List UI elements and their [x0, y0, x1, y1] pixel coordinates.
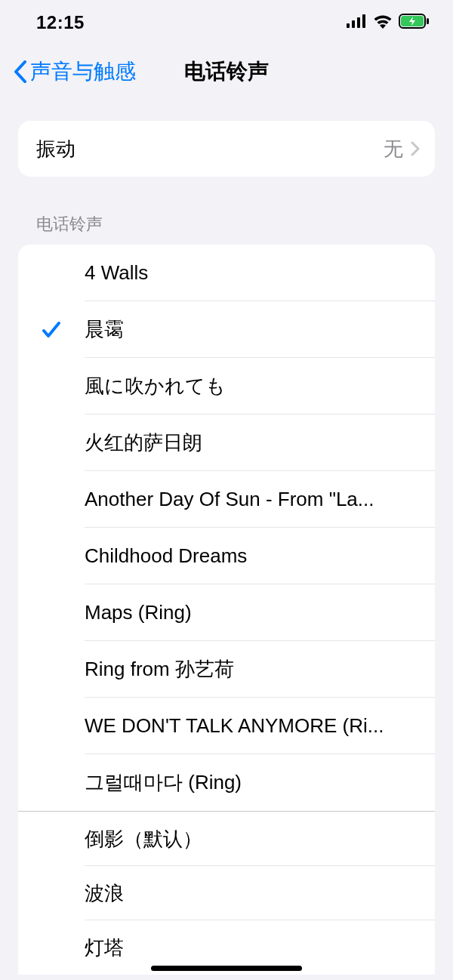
ringtone-item[interactable]: WE DON'T TALK ANYMORE (Ri...: [18, 698, 435, 754]
back-button[interactable]: 声音与触感: [14, 57, 136, 86]
home-indicator[interactable]: [151, 966, 302, 971]
chevron-right-icon: [411, 141, 420, 156]
vibration-label: 振动: [36, 136, 384, 162]
ringtone-item[interactable]: 波浪: [18, 866, 435, 920]
status-icons: [347, 14, 429, 32]
content: 振动 无 电话铃声 4 Walls 晨霭 風に吹かれても: [0, 98, 453, 975]
vibration-value: 无: [384, 136, 403, 162]
ringtone-item[interactable]: 倒影（默认）: [18, 812, 435, 866]
ringtone-label: Another Day Of Sun - From "La...: [85, 488, 420, 511]
svg-rect-6: [427, 18, 429, 24]
ringtone-section-header: 电话铃声: [18, 177, 435, 245]
ringtone-label: 倒影（默认）: [85, 826, 420, 852]
svg-rect-2: [357, 17, 360, 28]
ringtone-item[interactable]: Maps (Ring): [18, 584, 435, 641]
ringtone-item[interactable]: 晨霭: [18, 301, 435, 358]
ringtone-label: 火红的萨日朗: [85, 430, 420, 456]
ringtone-label: 風に吹かれても: [85, 373, 420, 399]
ringtone-label: 波浪: [85, 880, 420, 907]
vibration-group: 振动 无: [18, 121, 435, 177]
checkmark-icon: [42, 320, 61, 340]
ringtone-label: WE DON'T TALK ANYMORE (Ri...: [85, 714, 420, 738]
ringtone-label: 그럴때마다 (Ring): [85, 769, 420, 796]
page-title: 电话铃声: [184, 57, 269, 86]
back-label: 声音与触感: [30, 57, 136, 86]
vibration-row[interactable]: 振动 无: [18, 121, 435, 177]
ringtone-item[interactable]: Ring from 孙艺荷: [18, 641, 435, 698]
ringtone-label: 灯塔: [85, 935, 420, 961]
check-cell: [18, 320, 85, 340]
wifi-icon: [373, 14, 393, 32]
status-time: 12:15: [36, 12, 85, 33]
ringtone-item[interactable]: Another Day Of Sun - From "La...: [18, 471, 435, 528]
chevron-left-icon: [14, 60, 27, 83]
svg-rect-1: [352, 20, 355, 28]
ringtone-label: 4 Walls: [85, 261, 420, 285]
ringtone-label: Maps (Ring): [85, 601, 420, 624]
svg-rect-0: [347, 23, 350, 28]
cellular-icon: [347, 14, 367, 31]
ringtone-item[interactable]: 火红的萨日朗: [18, 414, 435, 471]
ringtone-item[interactable]: Childhood Dreams: [18, 528, 435, 584]
status-bar: 12:15: [0, 0, 453, 45]
battery-charging-icon: [399, 14, 429, 32]
ringtone-label: Ring from 孙艺荷: [85, 656, 420, 683]
ringtone-item[interactable]: 4 Walls: [18, 245, 435, 301]
ringtone-label: Childhood Dreams: [85, 544, 420, 568]
ringtone-list: 4 Walls 晨霭 風に吹かれても 火红的萨日朗 Another Day Of: [18, 245, 435, 975]
ringtone-item[interactable]: 그럴때마다 (Ring): [18, 754, 435, 811]
ringtone-item[interactable]: 風に吹かれても: [18, 358, 435, 414]
nav-header: 声音与触感 电话铃声: [0, 45, 453, 98]
ringtone-label: 晨霭: [85, 316, 420, 343]
svg-rect-3: [362, 14, 365, 28]
